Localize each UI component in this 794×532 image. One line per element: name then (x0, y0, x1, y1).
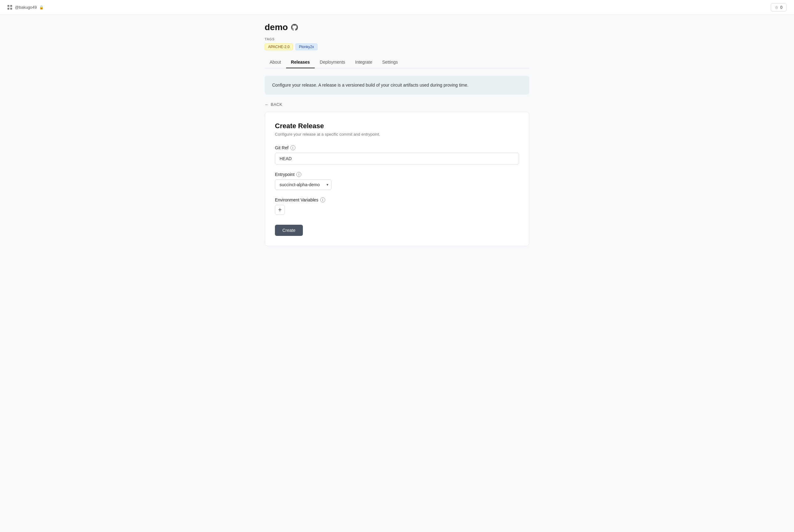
entrypoint-label: Entrypoint i (275, 172, 519, 177)
back-link[interactable]: ← BACK (265, 102, 529, 107)
tags-label: TAGS (265, 37, 529, 41)
star-icon: ☆ (775, 5, 778, 10)
entrypoint-group: Entrypoint i succinct-alpha-demo ▾ (275, 172, 519, 190)
project-title-row: demo (265, 22, 529, 32)
info-banner: Configure your release. A release is a v… (265, 76, 529, 95)
page-header: demo TAGS APACHE-2.0 Plonky2x About Rele… (257, 15, 537, 68)
tab-integrate[interactable]: Integrate (350, 56, 377, 68)
create-release-card: Create Release Configure your release at… (265, 112, 529, 246)
git-ref-group: Git Ref i (275, 145, 519, 165)
back-label: BACK (271, 102, 282, 107)
entrypoint-select-wrapper: succinct-alpha-demo ▾ (275, 179, 331, 190)
tag-apache: APACHE-2.0 (265, 43, 293, 50)
create-release-button[interactable]: Create (275, 225, 303, 236)
info-banner-text: Configure your release. A release is a v… (272, 82, 468, 88)
env-variables-info-icon[interactable]: i (320, 197, 325, 202)
git-ref-label: Git Ref i (275, 145, 519, 150)
tab-about[interactable]: About (265, 56, 286, 68)
tags-section: TAGS APACHE-2.0 Plonky2x (265, 37, 529, 50)
tab-releases[interactable]: Releases (286, 56, 315, 68)
card-title: Create Release (275, 122, 519, 130)
tags-list: APACHE-2.0 Plonky2x (265, 43, 529, 50)
github-icon[interactable] (291, 24, 298, 31)
main-area: Configure your release. A release is a v… (257, 68, 537, 253)
project-title: demo (265, 22, 288, 32)
add-env-variable-button[interactable]: + (275, 205, 285, 215)
star-count: 0 (780, 5, 782, 10)
git-ref-input[interactable] (275, 153, 519, 165)
back-arrow-icon: ← (265, 102, 269, 107)
git-ref-info-icon[interactable]: i (291, 145, 295, 150)
top-bar-right: ☆ 0 (771, 3, 787, 12)
star-button[interactable]: ☆ 0 (771, 3, 787, 12)
grid-icon (7, 5, 13, 10)
env-variables-group: Environment Variables i + (275, 197, 519, 215)
tabs-nav: About Releases Deployments Integrate Set… (265, 56, 529, 68)
top-bar: @bakugo49 🔒 ☆ 0 (0, 0, 794, 15)
card-subtitle: Configure your release at a specific com… (275, 132, 519, 137)
entrypoint-select[interactable]: succinct-alpha-demo (275, 179, 331, 190)
username-label: @bakugo49 (15, 5, 37, 10)
top-bar-left: @bakugo49 🔒 (7, 5, 44, 10)
tag-plonky: Plonky2x (295, 43, 317, 50)
tab-settings[interactable]: Settings (377, 56, 403, 68)
entrypoint-info-icon[interactable]: i (296, 172, 301, 177)
env-variables-label: Environment Variables i (275, 197, 519, 202)
lock-icon: 🔒 (39, 5, 44, 10)
tab-deployments[interactable]: Deployments (315, 56, 350, 68)
